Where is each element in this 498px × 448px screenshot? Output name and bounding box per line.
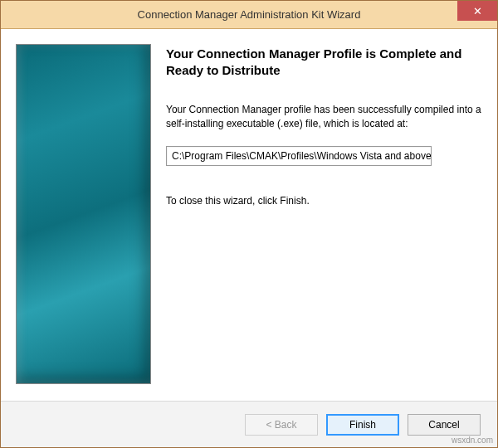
finish-button[interactable]: Finish [326, 414, 399, 436]
cancel-button[interactable]: Cancel [408, 414, 481, 436]
watermark-text: wsxdn.com [452, 436, 493, 445]
profile-path-field[interactable]: C:\Program Files\CMAK\Profiles\Windows V… [166, 146, 432, 166]
page-heading: Your Connection Manager Profile is Compl… [166, 46, 482, 80]
content-area: Your Connection Manager Profile is Compl… [1, 29, 497, 401]
finish-hint-text: To close this wizard, click Finish. [166, 194, 482, 208]
button-row: < Back Finish Cancel [1, 401, 497, 447]
close-button[interactable]: ✕ [457, 1, 497, 21]
window-title: Connection Manager Administration Kit Wi… [138, 8, 361, 21]
titlebar: Connection Manager Administration Kit Wi… [1, 1, 497, 29]
main-panel: Your Connection Manager Profile is Compl… [166, 44, 482, 401]
wizard-side-graphic [16, 44, 151, 384]
description-text: Your Connection Manager profile has been… [166, 103, 482, 132]
back-button: < Back [245, 414, 318, 436]
wizard-window: Connection Manager Administration Kit Wi… [0, 0, 498, 448]
close-icon: ✕ [473, 5, 482, 17]
